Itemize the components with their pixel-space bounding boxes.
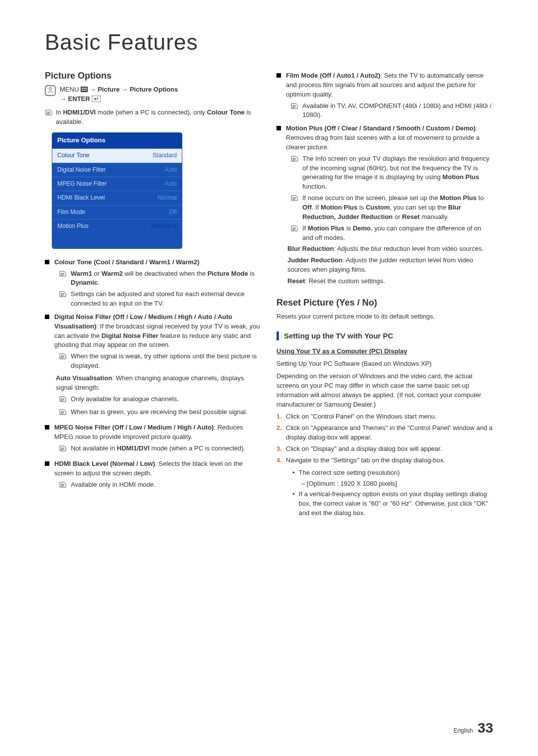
reset-text: Resets your current picture mode to its … bbox=[276, 312, 493, 322]
page-number: 33 bbox=[478, 720, 493, 736]
osd-row: Digital Noise FilterAuto bbox=[52, 163, 182, 177]
step-item: 3.Click on "Display" and a display dialo… bbox=[276, 444, 493, 454]
sub-feature: Reset: Reset the custom settings. bbox=[287, 277, 493, 286]
intro-note: In HDMI1/DVI mode (when a PC is connecte… bbox=[45, 108, 262, 127]
svg-rect-5 bbox=[85, 88, 87, 89]
sub-feature: Auto Visualisation: When changing analog… bbox=[56, 374, 262, 393]
svg-rect-4 bbox=[84, 88, 85, 89]
note-icon bbox=[59, 290, 67, 309]
note-icon bbox=[290, 224, 298, 243]
svg-rect-3 bbox=[82, 88, 83, 89]
note-icon bbox=[59, 352, 67, 371]
feature-item: Film Mode (Off / Auto1 / Auto2): Sets th… bbox=[276, 71, 493, 100]
note-line: Available only in HDMI mode. bbox=[59, 480, 262, 492]
pc-steps-list: 1.Click on "Control Panel" on the Window… bbox=[276, 412, 493, 465]
enter-icon bbox=[92, 96, 101, 102]
pc-line2: Depending on the version of Windows and … bbox=[276, 372, 493, 409]
note-icon bbox=[45, 108, 53, 119]
right-column: Film Mode (Off / Auto1 / Auto2): Sets th… bbox=[276, 67, 493, 520]
note-line: Only available for analogue channels. bbox=[59, 395, 262, 406]
note-line: If noise occurs on the screen, please se… bbox=[290, 194, 493, 222]
osd-row: HDMI Black LevelNormal bbox=[52, 191, 182, 205]
intro-note-text: In HDMI1/DVI mode (when a PC is connecte… bbox=[56, 108, 262, 127]
step-item: 1.Click on "Control Panel" on the Window… bbox=[276, 412, 493, 422]
note-icon bbox=[59, 408, 67, 419]
square-bullet-icon bbox=[276, 73, 281, 78]
svg-rect-7 bbox=[84, 90, 85, 91]
menu-path: MENU → Picture → Picture Options → ENTER bbox=[45, 85, 262, 104]
feature-item: Motion Plus (Off / Clear / Standard / Sm… bbox=[276, 124, 493, 152]
remote-menu-icon bbox=[45, 85, 56, 99]
left-column: Picture Options MENU → Picture → Picture… bbox=[45, 67, 262, 520]
note-icon bbox=[59, 481, 67, 492]
note-line: Not available in HDMI1/DVI mode (when a … bbox=[59, 444, 262, 455]
note-line: Settings can be adjusted and stored for … bbox=[59, 290, 262, 309]
note-line: When the signal is weak, try other optio… bbox=[59, 352, 262, 371]
square-bullet-icon bbox=[45, 461, 49, 466]
svg-rect-2 bbox=[81, 87, 88, 92]
step-item: 2.Click on "Appearance and Themes" in th… bbox=[276, 424, 493, 442]
page-title: Basic Features bbox=[45, 30, 493, 55]
osd-picture-options: Picture Options Colour ToneStandardDigit… bbox=[52, 132, 182, 248]
osd-row: MPEG Noise FilterAuto bbox=[52, 177, 182, 191]
note-line: The Info screen on your TV displays the … bbox=[290, 154, 493, 192]
feature-item: MPEG Noise Filter (Off / Low / Medium / … bbox=[45, 423, 262, 442]
sub-bullet: •If a vertical-frequency option exists o… bbox=[292, 490, 493, 518]
osd-header: Picture Options bbox=[52, 133, 182, 148]
feature-item: HDMI Black Level (Normal / Low): Selects… bbox=[45, 459, 262, 478]
svg-rect-6 bbox=[82, 90, 83, 91]
osd-row: Film ModeOff bbox=[52, 205, 182, 219]
osd-row: Colour ToneStandard bbox=[52, 148, 182, 162]
content-columns: Picture Options MENU → Picture → Picture… bbox=[45, 67, 493, 520]
sub-feature: Judder Reduction: Adjusts the judder red… bbox=[287, 256, 493, 275]
menu-path-text: MENU → Picture → Picture Options → ENTER bbox=[60, 85, 178, 104]
step4-sublist: •The correct size setting (resolution)– … bbox=[292, 468, 493, 518]
square-bullet-icon bbox=[276, 126, 281, 130]
svg-rect-8 bbox=[85, 90, 87, 91]
note-icon bbox=[290, 155, 298, 192]
square-bullet-icon bbox=[45, 425, 49, 430]
note-icon bbox=[290, 194, 298, 222]
page-footer: English 33 bbox=[453, 720, 493, 736]
square-bullet-icon bbox=[45, 260, 49, 264]
section-heading-picture-options: Picture Options bbox=[45, 69, 262, 82]
note-icon bbox=[290, 102, 298, 120]
sub-bullet: •The correct size setting (resolution) bbox=[292, 468, 493, 478]
subsection-heading: Setting up the TV with Your PC bbox=[276, 330, 493, 341]
pc-line1: Setting Up Your PC Software (Based on Wi… bbox=[276, 359, 493, 369]
footer-lang: English bbox=[453, 727, 473, 734]
step-item: 4.Navigate to the "Settings" tab on the … bbox=[276, 456, 493, 465]
feature-item: Colour Tone (Cool / Standard / Warm1 / W… bbox=[45, 258, 262, 267]
menu-grid-icon bbox=[81, 87, 88, 92]
section-marker bbox=[276, 331, 279, 340]
note-line: If Motion Plus is Demo, you can compare … bbox=[290, 224, 493, 243]
section-title: Setting up the TV with Your PC bbox=[284, 330, 393, 341]
note-line: Available in TV, AV, COMPONENT (480i / 1… bbox=[290, 102, 493, 120]
svg-point-1 bbox=[49, 88, 52, 90]
heading-reset-picture: Reset Picture (Yes / No) bbox=[276, 296, 493, 309]
dash-line: – [Optimum : 1920 X 1080 pixels] bbox=[292, 479, 493, 489]
note-line: Warm1 or Warm2 will be deactivated when … bbox=[59, 269, 262, 288]
square-bullet-icon bbox=[45, 315, 49, 319]
feature-item: Digital Noise Filter (Off / Low / Medium… bbox=[45, 313, 262, 350]
osd-row: Motion PlusStandard bbox=[52, 219, 182, 233]
note-icon bbox=[59, 444, 67, 455]
svg-rect-0 bbox=[45, 86, 55, 96]
manual-page: Basic Features Picture Options MENU → Pi… bbox=[0, 0, 538, 756]
pc-display-subheading: Using Your TV as a Computer (PC) Display bbox=[276, 347, 493, 356]
note-icon bbox=[59, 395, 67, 406]
osd-padding bbox=[52, 233, 182, 248]
note-line: When bar is green, you are receiving the… bbox=[59, 408, 262, 419]
note-icon bbox=[59, 270, 67, 288]
sub-feature: Blur Reduction: Adjusts the blur reducti… bbox=[287, 244, 493, 254]
